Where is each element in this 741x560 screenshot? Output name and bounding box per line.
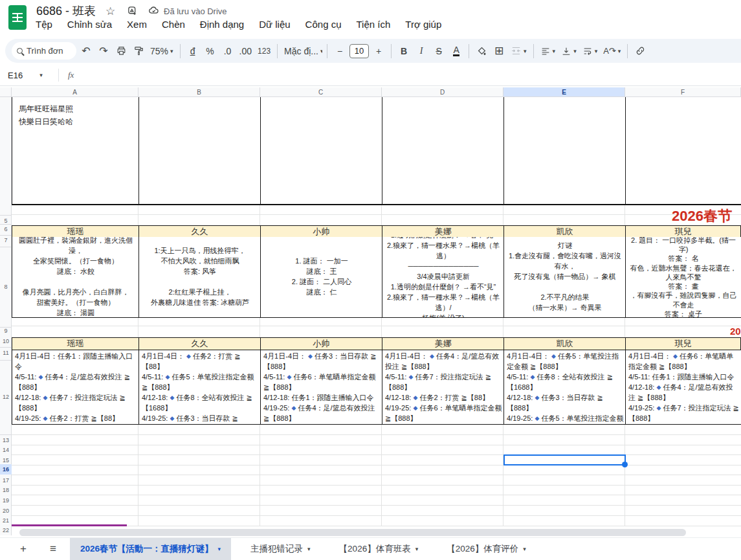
menu-tools[interactable]: Công cụ [305, 19, 342, 30]
menu-extensions[interactable]: Tiện ích [356, 19, 390, 30]
row-header-14[interactable]: 14 [0, 447, 12, 453]
row-header-15[interactable]: 15 [0, 457, 12, 464]
table2-header-jiujiu[interactable]: 久久 [138, 337, 261, 350]
row-header-9[interactable]: 9 [0, 328, 12, 334]
menu-data[interactable]: Dữ liệu [259, 19, 290, 30]
redo-button[interactable]: ↷ [96, 43, 111, 60]
cell-c8-riddle[interactable]: 1. 謎面： 一加一 謎底： 王 2. 謎面： 二人同心 謎底： 仁 [260, 237, 382, 318]
cell-d12-tasks[interactable]: 4月1日-4日： ◆ 任务4：足/篮总有效投注 ≧【888】 4/5-11: ◆… [382, 350, 504, 425]
paint-format-button[interactable] [131, 43, 146, 60]
table1-header-meina[interactable]: 美娜 [382, 225, 504, 238]
cell-a4-banner[interactable]: 馬年旺旺福星照 快樂日日笑哈哈 [12, 97, 138, 205]
table1-header-jiujiu[interactable]: 久久 [138, 225, 261, 238]
font-size-input[interactable]: 10 [349, 44, 369, 58]
menu-format[interactable]: Định dạng [200, 19, 244, 30]
borders-button[interactable]: ⊞ [491, 43, 507, 60]
document-title[interactable]: 6686 - 班表 [36, 3, 96, 19]
table1-header-qier[interactable]: 琪兒 [625, 225, 741, 238]
row-header-17[interactable]: 17 [0, 477, 12, 484]
cell-b12-tasks[interactable]: 4月1日-4日： ◆ 任务2：打赏 ≧【88】 4/5-11: ◆ 任务5：单笔… [138, 350, 261, 425]
text-rotation-button[interactable]: A↷ [601, 43, 623, 60]
increase-decimal-button[interactable]: .00 [238, 43, 254, 60]
column-header-c[interactable]: C [260, 87, 382, 97]
search-menus-button[interactable]: Trình đơn [12, 42, 76, 60]
column-header-b[interactable]: B [138, 87, 260, 97]
column-header-e[interactable]: E [503, 87, 625, 97]
badge-move-icon[interactable] [127, 5, 138, 19]
row-header-22[interactable]: 22 [0, 527, 12, 533]
corner-box[interactable] [0, 87, 12, 97]
row-header-18[interactable]: 18 [0, 487, 12, 493]
cell-b4[interactable] [138, 97, 260, 205]
name-box[interactable]: E16 ▾ [0, 71, 58, 80]
menu-insert[interactable]: Chèn [162, 19, 185, 30]
cell-e4[interactable] [503, 97, 625, 205]
merge-cells-button[interactable] [509, 43, 529, 60]
row-header-19[interactable]: 19 [0, 497, 12, 504]
formula-input[interactable] [74, 65, 741, 85]
text-wrap-button[interactable] [581, 43, 600, 60]
cell-f4[interactable] [625, 97, 741, 205]
percent-format-button[interactable]: % [203, 43, 218, 60]
tab-dropdown-arrow-icon[interactable]: ▾ [523, 546, 526, 552]
table2-header-meina[interactable]: 美娜 [382, 337, 504, 350]
strikethrough-button[interactable]: S [431, 43, 447, 60]
decrease-font-size-button[interactable]: − [332, 43, 348, 60]
star-icon[interactable]: ☆ [105, 5, 115, 18]
cell-a8-riddle[interactable]: 圓圓肚子裡，裝滿金銀財，進火洗個澡， 全家笑開懷。（打一食物） 謎底： 水餃 像… [12, 237, 139, 318]
table1-header-yaoyao[interactable]: 瑶瑶 [12, 225, 139, 238]
table1-header-xiaoshuai[interactable]: 小帅 [260, 225, 382, 238]
tab-2026-sports-review[interactable]: 【2026】体育评价 ▾ [436, 538, 536, 560]
row-header-13[interactable]: 13 [0, 437, 12, 443]
row-header-20[interactable]: 20 [0, 508, 12, 514]
menu-help[interactable]: Trợ giúp [405, 19, 441, 30]
cell-c12-tasks[interactable]: 4月1日-4日： ◆ 任务3：当日存款 ≧【888】 4/5-11: ◆ 任务6… [260, 350, 382, 425]
row-header-11[interactable]: 11 [0, 350, 12, 356]
vertical-align-button[interactable] [559, 43, 579, 60]
print-button[interactable] [113, 43, 129, 60]
column-header-f[interactable]: F [625, 87, 741, 97]
cloud-saved-icon[interactable] [148, 5, 160, 19]
cell-d8-riddle[interactable]: 1.透明的劍是什麼劍？ →看不“見” 2.狼來了，猜一種水果？→楊桃（羊逃） ─… [382, 237, 504, 318]
cell-a12-tasks[interactable]: 4月1日-4日：任务1：跟随主播输入口令 4/5-11: ◆ 任务4：足/篮总有… [12, 350, 139, 425]
table2-header-xiaoshuai[interactable]: 小帅 [260, 337, 382, 350]
column-header-d[interactable]: D [382, 87, 503, 97]
menu-view[interactable]: Xem [127, 19, 147, 30]
cell-f12-tasks[interactable]: 4月1日-4日： ◆ 任务6：单笔晒单指定金额 ≧【888】 4/5-11: 任… [625, 350, 741, 425]
font-select[interactable]: Mặc đị... [282, 43, 322, 60]
sheets-logo-icon[interactable] [8, 5, 27, 30]
table2-header-yaoyao[interactable]: 瑶瑶 [12, 337, 139, 350]
row-header-12[interactable]: 12 [0, 394, 12, 400]
row-header-7[interactable]: 7 [0, 237, 12, 243]
tab-2026-sports-schedule[interactable]: 【2026】体育班表 ▾ [329, 538, 429, 560]
more-formats-button[interactable]: 123 [256, 43, 272, 60]
all-sheets-button[interactable]: ≡ [45, 541, 61, 557]
row-header-6[interactable]: 6 [0, 226, 12, 232]
table2-header-qier[interactable]: 琪兒 [625, 337, 741, 350]
row-header-10[interactable]: 10 [0, 338, 12, 344]
add-sheet-button[interactable]: + [16, 541, 31, 557]
cell-f8-riddle[interactable]: 畫時圓，寫時方；冬時短，夏時長。(猜一字) 答案： 日 2. 題目： 一口咬掉多… [625, 237, 741, 318]
undo-button[interactable]: ↶ [78, 43, 94, 60]
menu-edit[interactable]: Chỉnh sửa [67, 19, 112, 30]
table2-header-kaixin[interactable]: 凱欣 [503, 337, 626, 350]
tab-dropdown-arrow-icon[interactable]: ▾ [218, 546, 221, 552]
italic-button[interactable]: I [414, 43, 429, 60]
increase-font-size-button[interactable]: + [371, 43, 386, 60]
tab-dropdown-arrow-icon[interactable]: ▾ [307, 546, 311, 552]
zoom-select[interactable]: 75% [148, 43, 175, 60]
tab-2026-spring-festival[interactable]: 2026春节【活動一：直播猜灯谜】 ▾ [70, 538, 231, 560]
row-header-16[interactable]: 16 [0, 464, 12, 475]
fill-color-button[interactable] [474, 43, 489, 60]
decrease-decimal-button[interactable]: .0 [220, 43, 236, 60]
tab-host-error-log[interactable]: 主播犯错记录 ▾ [240, 538, 321, 560]
cell-e8-riddle[interactable]: 灯谜 1.會走沒有腿，會吃沒有嘴，過河沒有水， 死了沒有鬼（猜一物品）→ 象棋 … [503, 237, 626, 318]
cell-e12-tasks[interactable]: 4月1日-4日： ◆ 任务5：单笔投注指定金额 ≧【888】 4/5-11: ◆… [503, 350, 626, 425]
namebox-dropdown-arrow-icon[interactable]: ▾ [39, 72, 43, 78]
cell-b8-riddle[interactable]: 1:天上一只鸟，用线拴得牢， 不怕大风吹，就怕细雨飘 答案: 风筝 2:红红果子… [138, 237, 261, 318]
horizontal-align-button[interactable] [538, 43, 558, 60]
row-header-8[interactable]: 8 [0, 284, 12, 290]
text-color-button[interactable]: A [448, 43, 464, 60]
currency-format-button[interactable]: đ [185, 43, 201, 60]
table1-header-kaixin[interactable]: 凱欣 [503, 225, 626, 238]
